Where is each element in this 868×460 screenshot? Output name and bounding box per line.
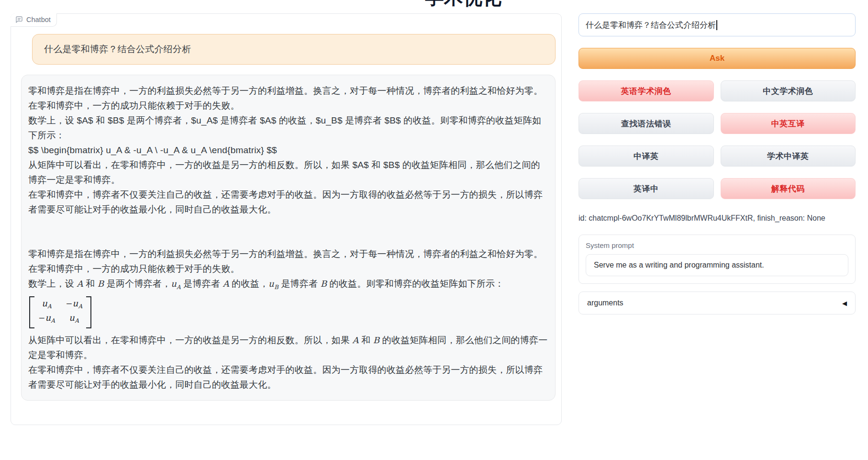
system-prompt-group: System prompt Serve me as a writing and … — [579, 235, 856, 284]
matrix-cell: uA — [69, 312, 79, 326]
btn-chinese-academic-polish[interactable]: 中文学术润色 — [721, 80, 856, 101]
matrix-cell: −uA — [38, 312, 55, 326]
btn-zh-to-en[interactable]: 中译英 — [579, 146, 714, 167]
bot-raw-paragraph: 从矩阵中可以看出，在零和博弈中，一方的收益是另一方的相反数。所以，如果 $A$ … — [28, 157, 548, 187]
bot-raw-paragraph: 零和博弈是指在博弈中，一方的利益损失必然等于另一方的利益增益。换言之，对于每一种… — [28, 83, 548, 113]
bot-message: 零和博弈是指在博弈中，一方的利益损失必然等于另一方的利益增益。换言之，对于每一种… — [21, 75, 556, 401]
control-column: 什么是零和博弈？结合公式介绍分析 Ask 英语学术润色 中文学术润色 查找语法错… — [579, 13, 856, 314]
payoff-matrix: uA −uA −uA uA — [29, 296, 91, 328]
matrix-right-bracket — [86, 296, 91, 328]
matrix-cell: uA — [42, 298, 52, 312]
system-prompt-label: System prompt — [586, 241, 848, 249]
user-message-text: 什么是零和博弈？结合公式介绍分析 — [44, 43, 191, 56]
response-status-line: id: chatcmpl-6wOo7KrYTwMl89lbrMWRu4UkFFX… — [579, 214, 856, 223]
accordion-collapsed-arrow-icon: ◀ — [842, 300, 847, 306]
matrix-cell: −uA — [66, 298, 82, 312]
btn-english-academic-polish[interactable]: 英语学术润色 — [579, 80, 714, 101]
system-prompt-value: Serve me as a writing and programming as… — [594, 261, 764, 269]
btn-academic-zh-to-en[interactable]: 学术中译英 — [721, 146, 856, 167]
chat-bubble-icon — [15, 16, 23, 23]
btn-find-grammar-errors[interactable]: 查找语法错误 — [579, 113, 714, 134]
question-input[interactable]: 什么是零和博弈？结合公式介绍分析 — [579, 13, 856, 36]
btn-en-to-zh[interactable]: 英译中 — [579, 178, 714, 199]
bot-rendered-paragraph: 数学上，设 A 和 B 是两个博弈者，uA 是博弈者 A 的收益，uB 是博弈者… — [28, 276, 548, 295]
function-button-grid: 英语学术润色 中文学术润色 查找语法错误 中英互译 中译英 学术中译英 英译中 … — [579, 80, 856, 199]
chatbot-label: Chatbot — [11, 13, 57, 27]
question-input-value: 什么是零和博弈？结合公式介绍分析 — [586, 20, 716, 31]
page-title-clipped: 学术优化 — [425, 0, 501, 11]
bot-rendered-paragraph: 在零和博弈中，博弈者不仅要关注自己的收益，还需要考虑对手的收益。因为一方取得的收… — [28, 362, 548, 392]
btn-explain-code[interactable]: 解释代码 — [721, 178, 856, 199]
ask-button[interactable]: Ask — [579, 48, 856, 69]
bot-rendered-paragraph: 零和博弈是指在博弈中，一方的利益损失必然等于另一方的利益增益。换言之，对于每一种… — [28, 247, 548, 276]
chatbot-panel[interactable]: Chatbot 什么是零和博弈？结合公式介绍分析 零和博弈是指在博弈中，一方的利… — [11, 13, 562, 425]
chatbot-label-text: Chatbot — [26, 16, 51, 23]
paragraph-gap — [28, 217, 548, 247]
arguments-accordion[interactable]: arguments ◀ — [579, 292, 856, 314]
user-message: 什么是零和博弈？结合公式介绍分析 — [32, 34, 556, 65]
btn-zh-en-mutual-translate[interactable]: 中英互译 — [721, 113, 856, 134]
bot-rendered-paragraph: 从矩阵中可以看出，在零和博弈中，一方的收益是另一方的相反数。所以，如果 A 和 … — [28, 333, 548, 362]
bot-raw-paragraph: 数学上，设 $A$ 和 $B$ 是两个博弈者，$u_A$ 是博弈者 $A$ 的收… — [28, 113, 548, 143]
system-prompt-input[interactable]: Serve me as a writing and programming as… — [586, 254, 848, 276]
arguments-accordion-label: arguments — [587, 299, 623, 307]
text-cursor — [716, 20, 717, 30]
bot-raw-latex-formula: $$ \begin{bmatrix} u_A & -u_A \ -u_A & u… — [28, 143, 548, 157]
matrix-cells: uA −uA −uA uA — [34, 296, 86, 328]
bot-raw-paragraph: 在零和博弈中，博弈者不仅要关注自己的收益，还需要考虑对手的收益。因为一方取得的收… — [28, 187, 548, 217]
matrix-left-bracket — [29, 296, 34, 328]
